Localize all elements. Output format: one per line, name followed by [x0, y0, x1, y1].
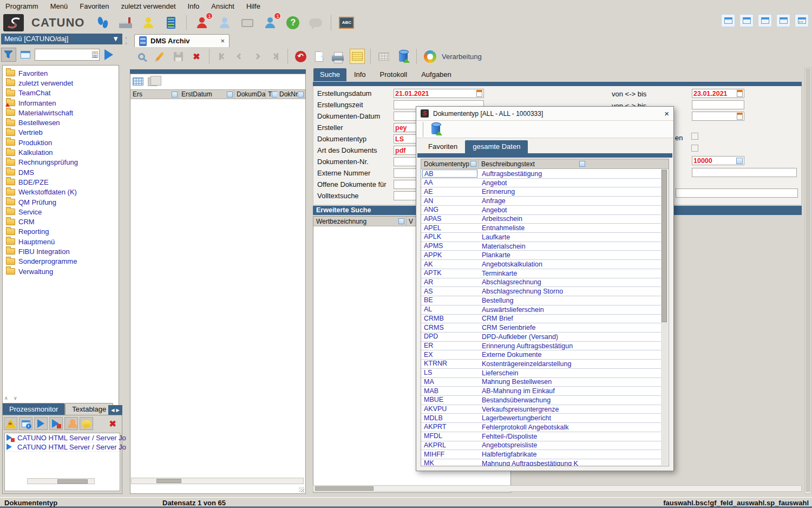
chat-button[interactable]: [307, 14, 324, 31]
menu-item[interactable]: Menü: [50, 2, 68, 10]
server-list-button[interactable]: [162, 14, 180, 31]
wide-field[interactable]: [692, 168, 797, 177]
checkbox[interactable]: [691, 145, 698, 152]
window-layout-button[interactable]: [721, 14, 735, 27]
table-row[interactable]: APPK Plankarte: [421, 251, 661, 260]
help-button[interactable]: ?: [284, 14, 302, 31]
table-row[interactable]: MAB AB-Mahnung im Einkauf: [421, 387, 661, 396]
table-row[interactable]: AKVPU Verkaufspreisuntergrenze: [421, 405, 661, 414]
job-row[interactable]: CATUNO HTML Server / Server Jo: [5, 433, 120, 442]
table-row[interactable]: MA Mahnung Bestellwesen: [421, 378, 661, 387]
tree-item[interactable]: Service: [6, 207, 119, 217]
filter-button[interactable]: [1, 48, 16, 62]
edit-button[interactable]: [153, 48, 167, 65]
table-row[interactable]: AN Anfrage: [421, 197, 661, 206]
tree-item[interactable]: Reporting: [6, 227, 119, 237]
menu-item[interactable]: Hilfe: [246, 2, 260, 10]
tab-dms-archiv[interactable]: DMS Archiv ×: [134, 34, 230, 47]
run-search-button[interactable]: [101, 48, 116, 62]
tree-item[interactable]: Materialwirtschaft: [6, 108, 119, 118]
scroll-thumb[interactable]: [662, 170, 667, 322]
start-job-button[interactable]: [34, 417, 48, 430]
undo-button[interactable]: ↶: [293, 48, 307, 65]
docdate-to-field[interactable]: [692, 112, 744, 121]
table-row[interactable]: AS Abschlagsrechnung Storno: [421, 287, 661, 296]
table-row[interactable]: MDLB Lagerbewertungbericht: [421, 414, 661, 423]
tree-item[interactable]: Hauptmenü: [6, 237, 119, 246]
alert-user-button[interactable]: 1: [193, 14, 211, 31]
window-split-button[interactable]: ↔: [795, 14, 809, 27]
process-hscrollbar[interactable]: [27, 478, 95, 484]
dialog-title-bar[interactable]: S Dokumententyp [ALL - ALL - 1000333] ×: [416, 107, 673, 121]
table-row[interactable]: AB Auftragsbestätigung: [421, 170, 661, 179]
table-row[interactable]: APEL Entnahmeliste: [421, 224, 661, 233]
tree-item[interactable]: zuletzt verwendet: [6, 78, 119, 88]
save-button[interactable]: [171, 48, 185, 65]
table-row[interactable]: CRMS CRM Serienbriefe: [421, 323, 661, 333]
table-row[interactable]: ANG Angebot: [421, 206, 661, 215]
search-tab[interactable]: Info: [348, 68, 372, 81]
column-filter-icon[interactable]: [172, 92, 178, 97]
user-return-button[interactable]: [216, 14, 233, 31]
menu-item[interactable]: zuletzt verwendet: [121, 2, 175, 10]
table-row[interactable]: BE Bestellung: [421, 296, 661, 305]
tree-item[interactable]: Favoriten: [6, 68, 119, 78]
tree-item[interactable]: DMS: [6, 167, 119, 177]
factory-button[interactable]: [117, 14, 134, 31]
table-row[interactable]: APAS Arbeitsschein: [421, 215, 661, 224]
tree-item[interactable]: FIBU Integration: [6, 246, 119, 256]
tree-item[interactable]: CRM: [6, 217, 119, 226]
notes-button[interactable]: [350, 49, 365, 64]
results-column-header[interactable]: DokNr: [277, 90, 305, 99]
print-button[interactable]: [330, 48, 345, 65]
table-row[interactable]: KTRNR Kostenträgereinzeldarstellung: [421, 360, 661, 369]
menu-item[interactable]: Programm: [5, 2, 38, 10]
user-yellow-button[interactable]: [140, 14, 157, 31]
dialog-tab[interactable]: gesamte Daten: [465, 140, 528, 153]
table-row[interactable]: APTK Terminkarte: [421, 269, 661, 278]
search-tab[interactable]: Protokoll: [374, 68, 414, 81]
scroll-thumb[interactable]: [156, 479, 181, 483]
tree-item[interactable]: Bestellwesen: [6, 118, 119, 127]
search-button[interactable]: [134, 48, 148, 65]
menu-item[interactable]: Ansicht: [211, 2, 234, 10]
job-row[interactable]: CATUNO HTML Server / Server Jo: [5, 442, 120, 452]
table-view-icon[interactable]: [133, 77, 143, 86]
close-tab-icon[interactable]: ×: [220, 37, 225, 45]
dialog-column-header[interactable]: Beschreibungstext: [479, 159, 587, 168]
results-column-header[interactable]: T: [266, 90, 277, 99]
footprints-button[interactable]: [94, 14, 112, 31]
table-row[interactable]: LS Lieferschein: [421, 369, 661, 378]
dialog-db-upload-button[interactable]: [429, 121, 443, 138]
job-user-button[interactable]: [64, 417, 78, 430]
job-info-button[interactable]: [19, 417, 32, 430]
table-row[interactable]: AR Abschlagsrechnung: [421, 278, 661, 288]
tree-item[interactable]: Vertrieb: [6, 128, 119, 138]
process-tab[interactable]: Textablage: [65, 403, 113, 415]
tab-scroll-buttons[interactable]: ◀▶: [108, 405, 122, 415]
column-filter-icon[interactable]: [398, 218, 404, 224]
nav-last-button[interactable]: [268, 48, 282, 65]
clear-jobs-button[interactable]: ✖: [109, 419, 116, 429]
resize-grip[interactable]: [299, 487, 304, 492]
tree-item[interactable]: Sonderprogramme: [6, 257, 119, 266]
dialog-tab[interactable]: Favoriten: [421, 140, 465, 153]
tree-item[interactable]: BDE/PZE: [6, 177, 119, 187]
table-row[interactable]: EX Externe Dokumente: [421, 350, 661, 360]
search-hscrollbar[interactable]: [313, 485, 802, 492]
tree-item[interactable]: Rechnungsprüfung: [6, 158, 119, 167]
tree-item[interactable]: Verwaltung: [6, 266, 119, 276]
processing-button[interactable]: [422, 48, 437, 65]
main-vscrollbar[interactable]: [804, 67, 811, 494]
form-field[interactable]: 21.01.2021: [394, 89, 484, 98]
window-layout-button[interactable]: [776, 14, 790, 27]
checkbox[interactable]: [691, 133, 698, 140]
column-filter-icon[interactable]: [227, 92, 233, 97]
table-row[interactable]: APLK Laufkarte: [421, 233, 661, 242]
table-row[interactable]: AK Angebotskalkulation: [421, 260, 661, 269]
table-row[interactable]: DPD DPD-Aufkleber (Versand): [421, 333, 661, 342]
table-row[interactable]: AE Erinnerung: [421, 187, 661, 197]
sidebar-splitter[interactable]: ‹›: [122, 34, 130, 497]
menu-item[interactable]: Favoriten: [80, 2, 109, 10]
table-row[interactable]: MK Mahnung Auftragsbestätigung K: [421, 459, 661, 466]
